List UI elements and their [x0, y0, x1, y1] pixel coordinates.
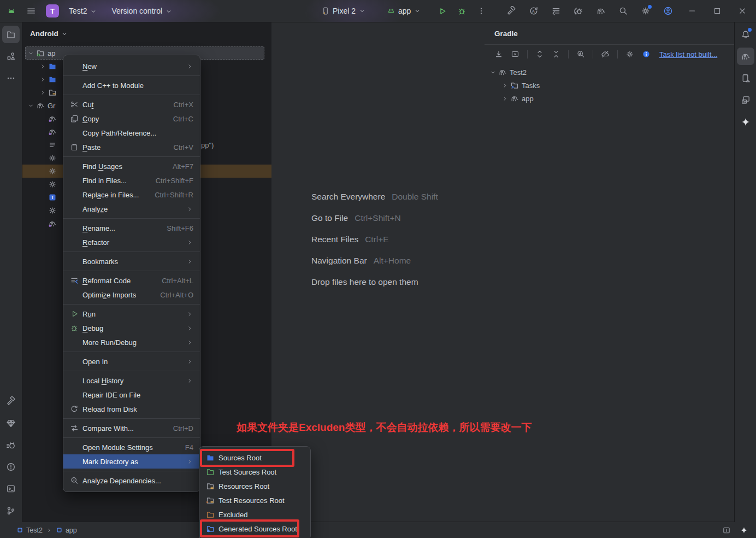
menu-item-cut[interactable]: CutCtrl+X — [63, 97, 200, 112]
tree-row-test2[interactable]: Test2 — [487, 66, 728, 79]
menu-item-sources-root[interactable]: Sources Root — [199, 451, 310, 465]
offline-mode-button[interactable] — [600, 49, 611, 60]
build-hammer-tool-button[interactable] — [2, 393, 20, 410]
gradle-sync-button[interactable] — [594, 4, 607, 17]
menu-item-paste[interactable]: PasteCtrl+V — [63, 140, 200, 154]
run-config-selector[interactable]: app — [387, 7, 421, 15]
task-list-link[interactable]: Task list not built... — [659, 50, 717, 59]
toolbar-separator — [593, 50, 593, 59]
menu-item-optimize-imports[interactable]: Optimize ImportsCtrl+Alt+O — [63, 288, 200, 302]
menu-item-bookmarks[interactable]: Bookmarks — [63, 254, 200, 268]
structure-tool-button[interactable] — [2, 48, 20, 65]
properties-gear-icon — [48, 206, 57, 215]
menu-item-run[interactable]: Run — [63, 307, 200, 321]
chevron-down-icon[interactable] — [488, 69, 498, 76]
menu-item-generated-sources-root[interactable]: Generated Sources Root — [199, 522, 310, 536]
menu-item-copy[interactable]: CopyCtrl+C — [63, 112, 200, 126]
breadcrumb-item[interactable]: app — [56, 527, 77, 534]
sync-gradle-download-icon — [494, 50, 503, 59]
folder-blue-icon — [48, 62, 57, 71]
menu-separator — [63, 95, 200, 95]
menu-item-analyze[interactable]: Analyze — [63, 202, 200, 216]
menu-item-analyze-dependencies[interactable]: Analyze Dependencies... — [63, 473, 200, 488]
collapse-all-button[interactable] — [551, 49, 562, 60]
submenu-arrow-icon — [186, 258, 193, 265]
menu-item-debug[interactable]: Debug — [63, 321, 200, 335]
profile-button[interactable] — [662, 4, 675, 17]
chevron-right-icon[interactable] — [38, 63, 48, 70]
menu-item-test-sources-root[interactable]: Test Sources Root — [199, 465, 310, 479]
device-manager-tool-button[interactable] — [737, 69, 754, 87]
test-resources-root-folder-icon — [206, 496, 215, 505]
more-tool-windows-tool-button[interactable] — [2, 69, 20, 87]
debug-rerun-button[interactable] — [572, 4, 585, 17]
app-quality-insights-tool-button[interactable] — [2, 414, 20, 432]
build-variants-button[interactable] — [550, 4, 563, 17]
menu-item-replace-in-files[interactable]: Replace in Files...Ctrl+Shift+R — [63, 188, 200, 202]
gradle-tool-tool-button[interactable] — [737, 48, 754, 65]
close-button[interactable] — [730, 0, 755, 22]
project-view-selector[interactable]: Android — [22, 22, 271, 44]
search-button[interactable] — [617, 4, 630, 17]
build-button[interactable] — [505, 4, 518, 17]
chevron-down-icon[interactable] — [26, 102, 36, 109]
notifications-tool-button[interactable] — [737, 26, 754, 43]
terminal-tool-button[interactable] — [2, 480, 20, 498]
version-control-tool-button[interactable] — [2, 502, 20, 519]
menu-item-more-run-debug[interactable]: More Run/Debug — [63, 335, 200, 349]
menu-item-resources-root[interactable]: Resources Root — [199, 479, 310, 493]
settings-button[interactable] — [639, 4, 652, 17]
event-log-button[interactable] — [722, 526, 731, 535]
menu-item-reformat-code[interactable]: Reformat CodeCtrl+Alt+L — [63, 273, 200, 288]
maximize-button[interactable] — [705, 0, 730, 22]
menu-item-reload-from-disk[interactable]: Reload from Disk — [63, 402, 200, 416]
menu-item-local-history[interactable]: Local History — [63, 373, 200, 388]
chevron-right-icon[interactable] — [500, 95, 510, 102]
menu-item-test-resources-root[interactable]: Test Resources Root — [199, 493, 310, 507]
tree-row-app[interactable]: app — [487, 92, 728, 105]
update-badge — [648, 5, 652, 9]
vcs-widget[interactable]: Version control — [111, 7, 173, 15]
chevron-right-icon[interactable] — [500, 82, 510, 89]
chevron-right-icon[interactable] — [38, 76, 48, 83]
run-button[interactable] — [435, 4, 448, 17]
info-button[interactable] — [641, 49, 652, 60]
analyze-magnifier-button[interactable] — [575, 49, 586, 60]
menu-item-open-in[interactable]: Open In — [63, 354, 200, 369]
logcat-tool-button[interactable] — [2, 436, 20, 454]
menu-item-new[interactable]: New — [63, 59, 200, 73]
gemini-tool-button[interactable] — [737, 113, 754, 131]
menu-separator — [63, 471, 200, 471]
menu-item-refactor[interactable]: Refactor — [63, 235, 200, 249]
title-bar: T Test2 Version control Pixel 2app A — [0, 0, 756, 22]
menu-item-find-in-files[interactable]: Find in Files...Ctrl+Shift+F — [63, 173, 200, 188]
problems-tool-button[interactable] — [2, 458, 20, 476]
menu-item-repair-ide-on-file[interactable]: Repair IDE on File — [63, 388, 200, 402]
main-menu-button[interactable] — [26, 6, 36, 16]
more-actions-button[interactable] — [475, 4, 488, 17]
device-selector[interactable]: Pixel 2 — [321, 7, 366, 15]
chevron-right-icon[interactable] — [38, 89, 48, 96]
menu-item-excluded[interactable]: Excluded — [199, 507, 310, 522]
menu-item-mark-directory-as[interactable]: Mark Directory as — [63, 454, 200, 469]
menu-item-rename[interactable]: Rename...Shift+F6 — [63, 221, 200, 235]
expand-all-button[interactable] — [534, 49, 545, 60]
sync-gradle-download-button[interactable] — [493, 49, 504, 60]
menu-item-compare-with[interactable]: Compare With...Ctrl+D — [63, 421, 200, 435]
breadcrumb-item[interactable]: Test2 — [16, 527, 43, 534]
apply-changes-button[interactable]: A — [527, 4, 540, 17]
running-devices-tool-button[interactable] — [737, 91, 754, 109]
menu-item-open-module-settings[interactable]: Open Module SettingsF4 — [63, 440, 200, 454]
gradle-settings-button[interactable] — [624, 49, 635, 60]
tree-row-tasks[interactable]: Tasks — [487, 79, 728, 92]
project-folder-tool-button[interactable] — [2, 26, 20, 43]
chevron-down-icon[interactable] — [26, 50, 36, 57]
minimize-button[interactable] — [680, 0, 705, 22]
gemini-status-button[interactable] — [740, 526, 748, 535]
menu-item-copy-path-reference[interactable]: Copy Path/Reference... — [63, 126, 200, 140]
debug-button[interactable] — [455, 4, 468, 17]
run-task-button[interactable] — [510, 49, 521, 60]
menu-item-add-c-to-module[interactable]: Add C++ to Module — [63, 78, 200, 92]
menu-item-find-usages[interactable]: Find UsagesAlt+F7 — [63, 159, 200, 173]
project-selector[interactable]: Test2 — [69, 7, 97, 15]
